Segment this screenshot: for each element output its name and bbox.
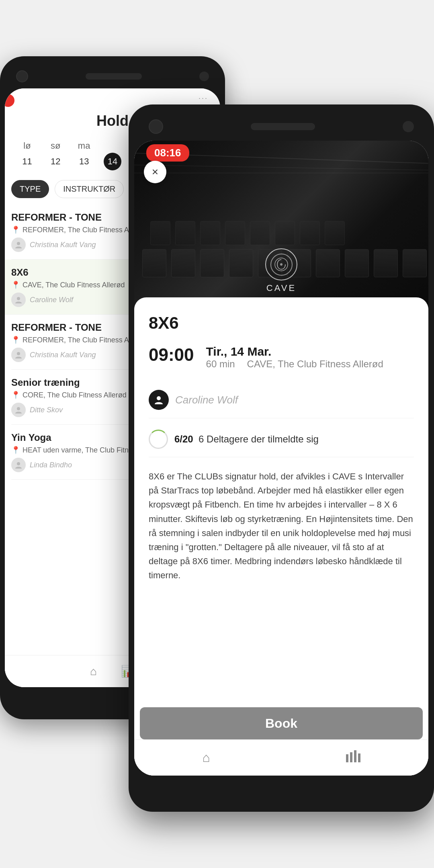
front-instructor-avatar (149, 390, 169, 410)
front-duration: 60 min (206, 358, 235, 370)
front-instructor-name: Caroline Wolf (175, 394, 238, 406)
svg-rect-8 (346, 754, 348, 762)
book-button[interactable]: Book (140, 707, 423, 739)
front-bottom-nav: ⌂ (134, 739, 428, 776)
day-cell-14[interactable]: ti 14 (98, 137, 127, 174)
instructor-avatar (11, 237, 26, 252)
instructor-name: Christina Kauft Vang (30, 351, 96, 359)
front-screen: 08:16 (134, 141, 428, 776)
svg-rect-11 (358, 753, 360, 762)
instructor-name: Christina Kauft Vang (30, 241, 96, 249)
front-meta-row: 60 min CAVE, The Club Fitness Allerød (206, 358, 383, 370)
svg-point-4 (17, 462, 20, 465)
front-instructor-row: Caroline Wolf (149, 382, 414, 418)
close-button[interactable]: × (144, 161, 166, 183)
back-menu-dots: ··· (199, 94, 208, 102)
instructor-name: Linda Bindho (30, 461, 72, 469)
instructor-avatar (11, 458, 26, 472)
back-camera (16, 70, 28, 82)
day-cell-11[interactable]: lø 11 (13, 137, 41, 174)
svg-point-2 (17, 352, 20, 355)
pin-icon: 📍 (11, 225, 20, 234)
instructor-name: Ditte Skov (30, 406, 63, 414)
pin-icon: 📍 (11, 391, 20, 399)
front-phone: 08:16 (129, 104, 434, 812)
front-spacer (149, 599, 414, 647)
front-date-col: Tir., 14 Mar. 60 min CAVE, The Club Fitn… (206, 345, 383, 370)
svg-point-7 (157, 396, 161, 400)
cave-logo-inner (270, 254, 293, 276)
svg-point-1 (17, 297, 20, 300)
back-speaker (86, 73, 142, 80)
instructor-avatar (11, 293, 26, 307)
cave-logo-circle (265, 248, 297, 280)
front-class-name: 8X6 (149, 313, 414, 333)
front-screen-content: 08:16 (134, 141, 428, 776)
front-hero-image: CAVE (134, 141, 428, 309)
front-class-detail: 8X6 09:00 Tir., 14 Mar. 60 min CAVE, The… (134, 297, 428, 776)
front-time-date-row: 09:00 Tir., 14 Mar. 60 min CAVE, The Clu… (149, 345, 414, 370)
instructor-name: Caroline Wolf (30, 296, 73, 304)
front-participants-label: 6 Deltagere der tilmeldte sig (199, 434, 319, 444)
pin-icon: 📍 (11, 336, 20, 344)
day-cell-12[interactable]: sø 12 (41, 137, 70, 174)
front-class-location: CAVE, The Club Fitness Allerød (247, 358, 383, 370)
svg-point-6 (280, 263, 283, 266)
front-time-badge: 08:16 (146, 144, 189, 162)
svg-rect-9 (350, 752, 352, 762)
front-participants-count: 6/20 (174, 434, 193, 444)
front-camera-right (403, 121, 414, 132)
cave-text: CAVE (266, 283, 296, 293)
day-cell-13[interactable]: ma 13 (70, 137, 98, 174)
front-hero-bg: CAVE (134, 141, 428, 309)
pin-icon: 📍 (11, 280, 20, 289)
instructor-avatar (11, 348, 26, 362)
front-progress-circle (149, 430, 168, 449)
back-home-icon[interactable]: ⌂ (90, 665, 97, 678)
instructor-avatar (11, 403, 26, 417)
svg-point-0 (17, 242, 20, 245)
filter-btn-instruktør[interactable]: INSTRUKTØR (55, 180, 124, 198)
front-home-icon[interactable]: ⌂ (202, 750, 210, 765)
cave-logo: CAVE (265, 248, 297, 293)
front-participants-row: 6/20 6 Deltagere der tilmeldte sig (149, 430, 414, 457)
front-class-time: 09:00 (149, 345, 194, 365)
pin-icon: 📍 (11, 446, 20, 454)
back-camera-right (199, 72, 209, 81)
front-activity-icon[interactable] (346, 750, 360, 766)
svg-point-3 (17, 407, 20, 410)
front-speaker (251, 123, 315, 130)
front-class-date: Tir., 14 Mar. (206, 345, 383, 358)
filter-btn-type[interactable]: TYPE (11, 180, 49, 198)
front-class-description: 8X6 er The CLUBs signatur hold, der afvi… (149, 469, 414, 583)
front-camera (149, 119, 163, 134)
front-status-bar: 08:16 (134, 141, 428, 165)
svg-rect-10 (354, 750, 356, 762)
front-participants-text: 6/20 6 Deltagere der tilmeldte sig (174, 434, 319, 445)
